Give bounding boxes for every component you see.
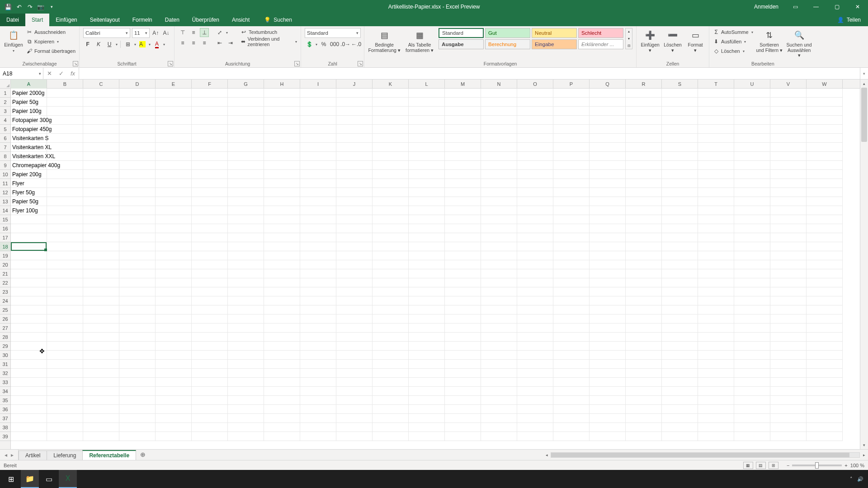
cell[interactable] [409, 125, 445, 134]
cell[interactable]: Papier 50g [11, 197, 47, 206]
cell[interactable] [553, 224, 590, 233]
row-header[interactable]: 19 [0, 251, 10, 260]
row-header[interactable]: 37 [0, 414, 10, 423]
cell[interactable] [47, 143, 83, 152]
cell[interactable] [156, 107, 192, 116]
cell[interactable] [300, 224, 336, 233]
cell[interactable] [445, 351, 481, 360]
cell[interactable] [770, 423, 807, 432]
cell[interactable] [734, 314, 770, 324]
cell[interactable] [373, 107, 409, 116]
column-header[interactable]: Q [590, 80, 626, 89]
row-header[interactable]: 25 [0, 305, 10, 314]
cell[interactable] [336, 342, 373, 351]
cell[interactable] [373, 125, 409, 134]
cell[interactable] [156, 414, 192, 423]
cell[interactable] [734, 89, 770, 98]
cell[interactable] [445, 260, 481, 269]
cell[interactable] [47, 369, 83, 378]
cell[interactable] [409, 107, 445, 116]
cell[interactable]: Flyer 50g [11, 188, 47, 197]
cell[interactable] [770, 378, 807, 387]
cell[interactable] [517, 324, 553, 333]
row-header[interactable]: 30 [0, 351, 10, 360]
cell[interactable] [119, 287, 156, 296]
cell[interactable] [770, 116, 807, 125]
cell[interactable]: Chromepapier 400g [11, 161, 47, 170]
cell[interactable] [734, 116, 770, 125]
cell[interactable] [553, 324, 590, 333]
style-neutral[interactable]: Neutral [532, 28, 577, 38]
clear-button[interactable]: ◇Löschen▾ [713, 47, 753, 55]
cell[interactable] [553, 152, 590, 161]
insert-cells-button[interactable]: ➕Einfügen▾ [640, 28, 660, 53]
cell[interactable] [192, 206, 228, 215]
cell[interactable] [83, 197, 119, 206]
cell[interactable] [626, 179, 662, 188]
cell[interactable] [373, 314, 409, 324]
cell[interactable] [11, 305, 47, 314]
sheet-nav[interactable]: ◂▸ [0, 450, 19, 460]
cell[interactable] [228, 351, 264, 360]
cell[interactable] [336, 432, 373, 441]
cell[interactable] [807, 405, 843, 414]
cell[interactable] [373, 324, 409, 333]
cell[interactable] [11, 387, 47, 396]
cell[interactable] [264, 233, 300, 242]
cell[interactable] [47, 333, 83, 342]
cell[interactable] [300, 107, 336, 116]
cell[interactable] [409, 360, 445, 369]
cell[interactable] [409, 333, 445, 342]
cell[interactable] [770, 197, 807, 206]
column-header[interactable]: R [626, 80, 662, 89]
tab-daten[interactable]: Daten [159, 14, 186, 26]
cell[interactable] [662, 423, 698, 432]
cell[interactable] [734, 179, 770, 188]
tray-chevron-icon[interactable]: ˄ [850, 476, 853, 482]
cell[interactable] [300, 305, 336, 314]
increase-decimal-icon[interactable]: .0→ [341, 40, 350, 49]
cell[interactable] [590, 260, 626, 269]
row-header[interactable]: 26 [0, 314, 10, 324]
cell[interactable] [336, 278, 373, 287]
cell[interactable] [119, 233, 156, 242]
cell[interactable] [481, 125, 517, 134]
cell[interactable] [228, 125, 264, 134]
cell[interactable] [11, 260, 47, 269]
cell[interactable] [626, 206, 662, 215]
cell[interactable] [662, 251, 698, 260]
cell[interactable] [590, 179, 626, 188]
cell[interactable] [481, 396, 517, 405]
cell[interactable] [228, 360, 264, 369]
cell[interactable] [228, 197, 264, 206]
cell[interactable] [481, 414, 517, 423]
cell[interactable] [553, 369, 590, 378]
underline-button[interactable]: U [105, 40, 114, 49]
row-header[interactable]: 13 [0, 197, 10, 206]
cell[interactable] [192, 396, 228, 405]
cell[interactable] [409, 378, 445, 387]
cell[interactable] [228, 324, 264, 333]
cell[interactable] [119, 387, 156, 396]
cell[interactable] [770, 98, 807, 107]
cell[interactable] [83, 369, 119, 378]
style-erklaerender[interactable]: Erklärender ... [578, 39, 623, 49]
cell[interactable] [409, 215, 445, 224]
cell[interactable] [83, 351, 119, 360]
cell[interactable] [336, 224, 373, 233]
cell[interactable] [553, 107, 590, 116]
cell[interactable] [517, 242, 553, 251]
cell[interactable] [336, 233, 373, 242]
cell[interactable] [228, 260, 264, 269]
cell[interactable] [517, 233, 553, 242]
cell[interactable] [734, 423, 770, 432]
cell[interactable] [662, 233, 698, 242]
cell[interactable]: Fotopapier 300g [11, 116, 47, 125]
cell[interactable] [553, 423, 590, 432]
cell[interactable] [590, 333, 626, 342]
cell[interactable] [770, 387, 807, 396]
cell[interactable] [228, 414, 264, 423]
cell[interactable] [264, 161, 300, 170]
cell[interactable] [83, 215, 119, 224]
cell[interactable] [264, 369, 300, 378]
